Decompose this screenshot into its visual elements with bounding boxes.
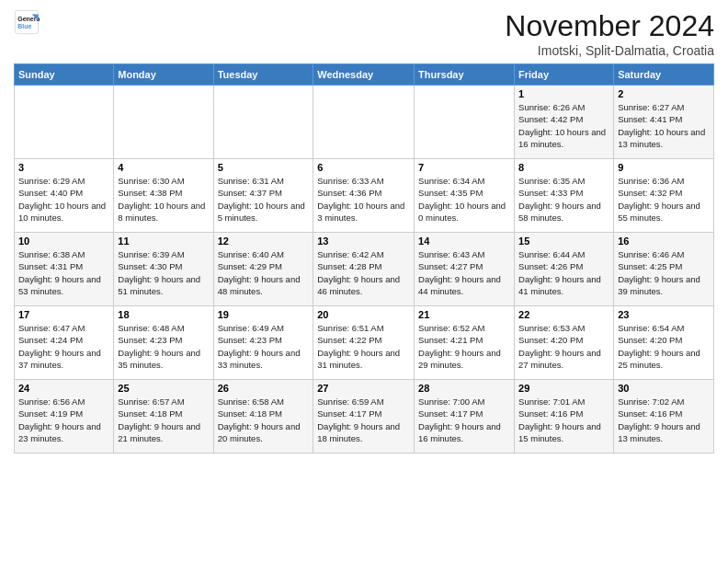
day-info: Sunrise: 6:40 AM Sunset: 4:29 PM Dayligh…	[218, 248, 310, 297]
day-number: 26	[218, 383, 310, 394]
col-friday: Friday	[515, 64, 614, 86]
day-info: Sunrise: 6:48 AM Sunset: 4:23 PM Dayligh…	[118, 322, 209, 371]
calendar-cell: 30Sunrise: 7:02 AM Sunset: 4:16 PM Dayli…	[614, 380, 714, 454]
day-number: 19	[218, 309, 310, 320]
day-number: 3	[18, 162, 109, 173]
calendar-cell: 5Sunrise: 6:31 AM Sunset: 4:37 PM Daylig…	[213, 159, 313, 233]
day-info: Sunrise: 6:27 AM Sunset: 4:41 PM Dayligh…	[618, 101, 710, 150]
calendar-week-4: 24Sunrise: 6:56 AM Sunset: 4:19 PM Dayli…	[15, 380, 714, 454]
calendar-week-2: 10Sunrise: 6:38 AM Sunset: 4:31 PM Dayli…	[15, 233, 714, 306]
day-number: 9	[618, 162, 710, 173]
subtitle: Imotski, Split-Dalmatia, Croatia	[505, 43, 714, 58]
calendar-cell: 21Sunrise: 6:52 AM Sunset: 4:21 PM Dayli…	[415, 306, 515, 380]
calendar-cell: 18Sunrise: 6:48 AM Sunset: 4:23 PM Dayli…	[114, 306, 213, 380]
day-number: 28	[418, 383, 510, 394]
day-info: Sunrise: 7:00 AM Sunset: 4:17 PM Dayligh…	[418, 396, 510, 444]
svg-text:Blue: Blue	[17, 23, 31, 29]
day-number: 13	[317, 236, 410, 247]
calendar-cell: 9Sunrise: 6:36 AM Sunset: 4:32 PM Daylig…	[614, 159, 714, 233]
calendar-cell: 11Sunrise: 6:39 AM Sunset: 4:30 PM Dayli…	[114, 233, 213, 306]
calendar-cell: 3Sunrise: 6:29 AM Sunset: 4:40 PM Daylig…	[15, 159, 114, 233]
calendar-week-1: 3Sunrise: 6:29 AM Sunset: 4:40 PM Daylig…	[15, 159, 714, 233]
day-info: Sunrise: 7:01 AM Sunset: 4:16 PM Dayligh…	[518, 396, 609, 444]
day-number: 22	[518, 309, 609, 320]
day-info: Sunrise: 6:43 AM Sunset: 4:27 PM Dayligh…	[418, 248, 510, 297]
calendar-cell: 29Sunrise: 7:01 AM Sunset: 4:16 PM Dayli…	[515, 380, 614, 454]
day-number: 27	[317, 383, 410, 394]
calendar-cell: 1Sunrise: 6:26 AM Sunset: 4:42 PM Daylig…	[515, 86, 614, 159]
day-number: 1	[518, 88, 609, 99]
day-info: Sunrise: 6:38 AM Sunset: 4:31 PM Dayligh…	[18, 248, 109, 297]
day-number: 14	[418, 236, 510, 247]
calendar-header-row: Sunday Monday Tuesday Wednesday Thursday…	[15, 64, 714, 86]
calendar-cell	[415, 86, 515, 159]
day-info: Sunrise: 6:34 AM Sunset: 4:35 PM Dayligh…	[418, 175, 510, 224]
logo: General Blue	[14, 9, 40, 35]
day-number: 15	[518, 236, 609, 247]
day-info: Sunrise: 6:39 AM Sunset: 4:30 PM Dayligh…	[118, 248, 209, 297]
calendar-week-0: 1Sunrise: 6:26 AM Sunset: 4:42 PM Daylig…	[15, 86, 714, 159]
calendar-cell: 10Sunrise: 6:38 AM Sunset: 4:31 PM Dayli…	[15, 233, 114, 306]
calendar-cell: 8Sunrise: 6:35 AM Sunset: 4:33 PM Daylig…	[515, 159, 614, 233]
col-saturday: Saturday	[614, 64, 714, 86]
day-number: 24	[18, 383, 109, 394]
day-number: 23	[618, 309, 710, 320]
day-info: Sunrise: 6:51 AM Sunset: 4:22 PM Dayligh…	[317, 322, 410, 371]
calendar-cell: 27Sunrise: 6:59 AM Sunset: 4:17 PM Dayli…	[313, 380, 415, 454]
calendar-cell: 26Sunrise: 6:58 AM Sunset: 4:18 PM Dayli…	[213, 380, 313, 454]
svg-rect-0	[15, 10, 38, 33]
calendar-cell: 4Sunrise: 6:30 AM Sunset: 4:38 PM Daylig…	[114, 159, 213, 233]
calendar-cell: 25Sunrise: 6:57 AM Sunset: 4:18 PM Dayli…	[114, 380, 213, 454]
day-number: 30	[618, 383, 710, 394]
day-number: 20	[317, 309, 410, 320]
calendar-table: Sunday Monday Tuesday Wednesday Thursday…	[14, 63, 714, 454]
col-sunday: Sunday	[15, 64, 114, 86]
page-container: General Blue November 2024 Imotski, Spli…	[0, 0, 728, 461]
day-number: 12	[218, 236, 310, 247]
day-number: 10	[18, 236, 109, 247]
day-info: Sunrise: 6:36 AM Sunset: 4:32 PM Dayligh…	[618, 175, 710, 224]
day-number: 6	[317, 162, 410, 173]
calendar-cell: 6Sunrise: 6:33 AM Sunset: 4:36 PM Daylig…	[313, 159, 415, 233]
col-thursday: Thursday	[415, 64, 515, 86]
day-number: 11	[118, 236, 209, 247]
col-tuesday: Tuesday	[213, 64, 313, 86]
day-info: Sunrise: 6:54 AM Sunset: 4:20 PM Dayligh…	[618, 322, 710, 371]
calendar-cell: 19Sunrise: 6:49 AM Sunset: 4:23 PM Dayli…	[213, 306, 313, 380]
month-title: November 2024	[505, 9, 714, 43]
day-info: Sunrise: 6:31 AM Sunset: 4:37 PM Dayligh…	[218, 175, 310, 224]
day-info: Sunrise: 6:30 AM Sunset: 4:38 PM Dayligh…	[118, 175, 209, 224]
calendar-cell	[15, 86, 114, 159]
calendar-cell: 22Sunrise: 6:53 AM Sunset: 4:20 PM Dayli…	[515, 306, 614, 380]
calendar-cell	[213, 86, 313, 159]
header: General Blue November 2024 Imotski, Spli…	[14, 9, 714, 58]
day-info: Sunrise: 6:52 AM Sunset: 4:21 PM Dayligh…	[418, 322, 510, 371]
day-info: Sunrise: 6:46 AM Sunset: 4:25 PM Dayligh…	[618, 248, 710, 297]
calendar-cell: 12Sunrise: 6:40 AM Sunset: 4:29 PM Dayli…	[213, 233, 313, 306]
day-info: Sunrise: 7:02 AM Sunset: 4:16 PM Dayligh…	[618, 396, 710, 444]
col-monday: Monday	[114, 64, 213, 86]
day-number: 16	[618, 236, 710, 247]
calendar-week-3: 17Sunrise: 6:47 AM Sunset: 4:24 PM Dayli…	[15, 306, 714, 380]
day-number: 4	[118, 162, 209, 173]
day-number: 25	[118, 383, 209, 394]
calendar-cell: 14Sunrise: 6:43 AM Sunset: 4:27 PM Dayli…	[415, 233, 515, 306]
col-wednesday: Wednesday	[313, 64, 415, 86]
calendar-cell	[313, 86, 415, 159]
day-info: Sunrise: 6:42 AM Sunset: 4:28 PM Dayligh…	[317, 248, 410, 297]
calendar-cell: 13Sunrise: 6:42 AM Sunset: 4:28 PM Dayli…	[313, 233, 415, 306]
calendar-cell	[114, 86, 213, 159]
day-number: 2	[618, 88, 710, 99]
day-info: Sunrise: 6:58 AM Sunset: 4:18 PM Dayligh…	[218, 396, 310, 444]
day-number: 29	[518, 383, 609, 394]
day-info: Sunrise: 6:29 AM Sunset: 4:40 PM Dayligh…	[18, 175, 109, 224]
calendar-cell: 15Sunrise: 6:44 AM Sunset: 4:26 PM Dayli…	[515, 233, 614, 306]
day-number: 18	[118, 309, 209, 320]
calendar-cell: 17Sunrise: 6:47 AM Sunset: 4:24 PM Dayli…	[15, 306, 114, 380]
day-number: 21	[418, 309, 510, 320]
day-number: 17	[18, 309, 109, 320]
day-info: Sunrise: 6:26 AM Sunset: 4:42 PM Dayligh…	[518, 101, 609, 150]
calendar-cell: 28Sunrise: 7:00 AM Sunset: 4:17 PM Dayli…	[415, 380, 515, 454]
day-number: 5	[218, 162, 310, 173]
day-info: Sunrise: 6:35 AM Sunset: 4:33 PM Dayligh…	[518, 175, 609, 224]
